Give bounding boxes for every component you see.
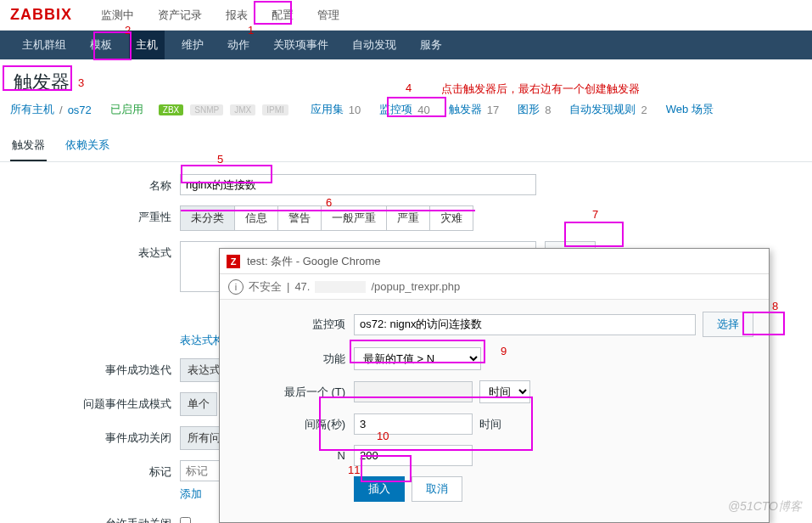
p-label-func: 功能: [235, 351, 354, 367]
subnav-hostgroups[interactable]: 主机群组: [15, 31, 73, 59]
sev-disaster[interactable]: 灾难: [430, 206, 473, 230]
logo: ZABBIX: [10, 6, 72, 24]
subnav-hosts[interactable]: 主机: [129, 31, 165, 59]
p-input-last[interactable]: [354, 381, 473, 402]
popup-title-text: test: 条件 - Google Chrome: [247, 254, 381, 269]
label-event-ok-iter: 事件成功迭代: [10, 358, 180, 378]
topnav-inventory[interactable]: 资产记录: [154, 1, 205, 30]
label-tags: 标记: [10, 460, 180, 480]
subnav-maintenance[interactable]: 维护: [175, 31, 210, 59]
p-label-n: N: [235, 449, 354, 462]
label-name: 名称: [10, 174, 180, 194]
p-label-item: 监控项: [235, 317, 354, 332]
url-redacted: [315, 281, 366, 293]
popup-titlebar: Z test: 条件 - Google Chrome: [220, 249, 769, 274]
condition-popup: Z test: 条件 - Google Chrome i 不安全 | 47. /…: [219, 248, 770, 523]
status-enabled: 已启用: [110, 102, 143, 117]
badge-snmp: SNMP: [190, 104, 223, 115]
select-problem-mode[interactable]: 单个: [180, 392, 217, 416]
link-triggers[interactable]: 触发器: [449, 102, 482, 117]
checkbox-manual-close[interactable]: [180, 517, 191, 523]
sev-warning[interactable]: 警告: [278, 206, 322, 230]
link-graphs[interactable]: 图形: [518, 102, 540, 117]
tab-bar: 触发器 依赖关系: [0, 131, 812, 162]
badge-jmx: JMX: [230, 104, 255, 115]
label-event-ok-close: 事件成功关闭: [10, 426, 180, 446]
select-item-button[interactable]: 选择: [703, 312, 753, 337]
badge-zbx: ZBX: [159, 104, 183, 115]
url-prefix: 47.: [294, 280, 310, 293]
p-input-interval[interactable]: [354, 413, 473, 435]
subnav-services[interactable]: 服务: [413, 31, 449, 59]
topnav-admin[interactable]: 管理: [314, 1, 343, 30]
zabbix-favicon: Z: [227, 255, 240, 268]
insert-button[interactable]: 插入: [354, 476, 405, 502]
info-icon: i: [228, 279, 244, 295]
tab-dependencies[interactable]: 依赖关系: [64, 131, 111, 161]
severity-group: 未分类 信息 警告 一般严重 严重 灾难: [180, 205, 473, 231]
topnav-config[interactable]: 配置: [268, 1, 297, 30]
p-label-last: 最后一个 (T): [235, 385, 354, 400]
label-manual-close: 允许手动关闭: [10, 512, 180, 523]
add-tag-link[interactable]: 添加: [180, 486, 202, 502]
sev-high[interactable]: 严重: [387, 206, 430, 230]
interval-unit: 时间: [479, 417, 501, 432]
p-input-n[interactable]: [354, 445, 473, 466]
badge-ipmi: IPMI: [262, 104, 288, 115]
sev-average[interactable]: 一般严重: [322, 206, 387, 230]
sev-info[interactable]: 信息: [235, 206, 278, 230]
top-nav: ZABBIX 监测中 资产记录 报表 配置 管理: [0, 0, 812, 31]
link-web[interactable]: Web 场景: [666, 102, 714, 117]
popup-url-bar: i 不安全 | 47. /popup_trexpr.php: [220, 274, 769, 300]
watermark: @51CTO博客: [728, 499, 802, 515]
subnav-discovery[interactable]: 自动发现: [345, 31, 403, 59]
p-select-func[interactable]: 最新的T值 > N: [354, 347, 481, 370]
link-applications[interactable]: 应用集: [311, 102, 344, 117]
label-expression: 表达式: [10, 241, 180, 261]
popup-body: 监控项 选择 功能 最新的T值 > N 最后一个 (T) 时间 间隔(秒) 时间: [220, 300, 769, 523]
tab-triggers[interactable]: 触发器: [10, 131, 47, 161]
page-title: 触发器: [10, 70, 73, 94]
label-problem-mode: 问题事件生成模式: [10, 392, 180, 412]
p-input-item[interactable]: [354, 314, 696, 335]
insecure-label: 不安全: [249, 279, 282, 295]
p-select-last-unit[interactable]: 时间: [479, 380, 530, 403]
p-label-interval: 间隔(秒): [235, 417, 354, 432]
topnav-reports[interactable]: 报表: [222, 1, 251, 30]
crumb-host[interactable]: os72: [68, 104, 92, 116]
page-header: 触发器: [0, 59, 812, 98]
subnav-actions[interactable]: 动作: [221, 31, 256, 59]
sub-nav: 主机群组 模板 主机 维护 动作 关联项事件 自动发现 服务: [0, 31, 812, 59]
input-name[interactable]: [180, 174, 536, 195]
label-severity: 严重性: [10, 205, 180, 225]
subnav-templates[interactable]: 模板: [83, 31, 119, 59]
topnav-monitor[interactable]: 监测中: [98, 1, 137, 30]
sev-not-classified[interactable]: 未分类: [181, 206, 235, 230]
link-items[interactable]: 监控项: [379, 102, 412, 117]
link-discovery-rules[interactable]: 自动发现规则: [569, 102, 636, 117]
crumb-all-hosts[interactable]: 所有主机: [10, 102, 54, 117]
url-suffix: /popup_trexpr.php: [371, 280, 460, 293]
cancel-button[interactable]: 取消: [412, 476, 462, 502]
host-crumb: 所有主机 / os72 已启用 ZBX SNMP JMX IPMI 应用集10 …: [0, 98, 812, 127]
